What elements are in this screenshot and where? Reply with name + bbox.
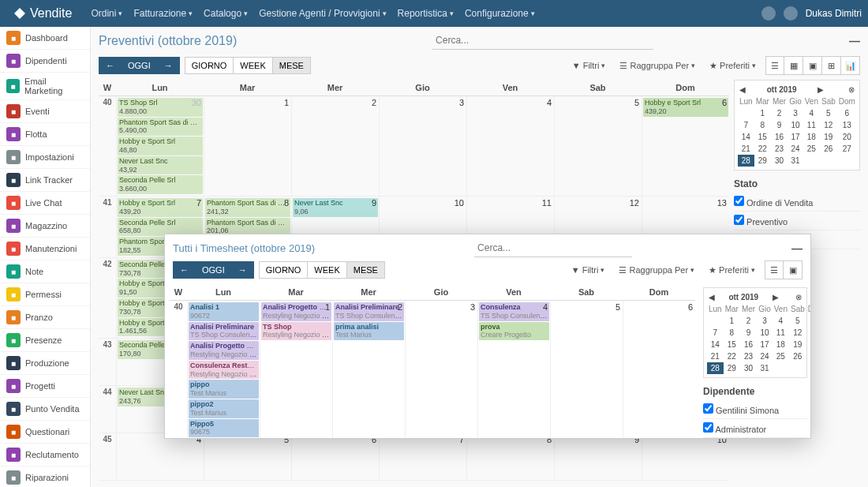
- view-mese[interactable]: MESE: [347, 261, 385, 279]
- mini-day[interactable]: 23: [740, 350, 757, 362]
- calendar-cell[interactable]: 2: [291, 96, 379, 196]
- menu-fatturazione[interactable]: Fatturazione ▾: [133, 8, 193, 19]
- timesheet-event[interactable]: TS ShopRestyling Negozio TS Shop: [261, 322, 331, 341]
- mini-day[interactable]: 19: [789, 339, 806, 350]
- timesheet-event[interactable]: prima analisiTest Marius: [334, 322, 404, 341]
- mini-day[interactable]: 22: [724, 350, 740, 362]
- sidebar-item-dipendenti[interactable]: ■Dipendenti: [0, 50, 90, 73]
- timesheet-event[interactable]: ConsulenzaTS Shop Consulenza: [479, 302, 549, 321]
- mini-day[interactable]: 10: [757, 327, 773, 339]
- mini-day[interactable]: 28: [738, 155, 754, 167]
- view-week[interactable]: WEEK: [308, 261, 346, 279]
- timesheet-event[interactable]: Analisi Progetto TS ShopRestyling Negozi…: [261, 302, 331, 321]
- chat-icon[interactable]: [784, 6, 798, 21]
- floating-today-button[interactable]: OGGI: [196, 261, 232, 279]
- mini-day[interactable]: 3: [788, 107, 803, 119]
- dipendente-checkbox[interactable]: Gentilini Simona: [703, 400, 807, 419]
- mini-day[interactable]: 11: [773, 327, 789, 339]
- mini-day[interactable]: 27: [806, 350, 810, 362]
- mini-day[interactable]: 7: [707, 327, 724, 339]
- mini-day[interactable]: 5: [820, 107, 837, 119]
- mini-day[interactable]: 14: [738, 131, 754, 143]
- mini-day[interactable]: 30: [740, 362, 757, 374]
- mini-day[interactable]: [803, 155, 820, 167]
- calendar-cell[interactable]: 6Hobby e Sport Srl439,20: [642, 96, 729, 196]
- mini-day[interactable]: 21: [738, 143, 754, 155]
- calendar-event[interactable]: Hobby e Sport Srl48,80: [118, 137, 203, 155]
- mini-day[interactable]: 13: [837, 119, 857, 131]
- sidebar-item-punto-vendita[interactable]: ■Punto Vendita: [0, 398, 90, 421]
- calendar-cell[interactable]: 30TS Shop Srl4.880,00Phantom Sport Sas d…: [116, 96, 204, 196]
- sidebar-item-magazzino[interactable]: ■Magazzino: [0, 215, 90, 238]
- sidebar-item-link-tracker[interactable]: ■Link Tracker: [0, 169, 90, 192]
- sidebar-item-permessi[interactable]: ■Permessi: [0, 283, 90, 306]
- mini-day[interactable]: 15: [724, 339, 740, 350]
- mini-day[interactable]: 12: [820, 119, 837, 131]
- view-giorno[interactable]: GIORNO: [185, 57, 234, 74]
- mini-day[interactable]: 17: [757, 339, 773, 350]
- mini-day[interactable]: 4: [803, 107, 820, 119]
- calendar-cell[interactable]: 5: [550, 301, 623, 438]
- prev-button[interactable]: ←: [99, 57, 122, 74]
- view-mese[interactable]: MESE: [273, 57, 311, 74]
- stato-checkbox[interactable]: Ordine di Vendita: [734, 193, 860, 212]
- mini-day[interactable]: 2: [740, 315, 757, 327]
- timesheet-event[interactable]: Analisi PreliminareTS Shop Consulenza: [189, 322, 259, 341]
- mini-day[interactable]: 24: [757, 350, 773, 362]
- floating-prev-button[interactable]: ←: [173, 261, 196, 279]
- calendar-cell[interactable]: 9: [554, 433, 642, 480]
- mini-day[interactable]: [837, 155, 857, 167]
- mini-day[interactable]: 12: [789, 327, 806, 339]
- timesheet-event[interactable]: provaCreare Progetto: [479, 322, 549, 341]
- floating-search-input[interactable]: [474, 239, 632, 257]
- sidebar-item-note[interactable]: ■Note: [0, 260, 90, 283]
- calendar-cell[interactable]: 6: [291, 433, 379, 480]
- menu-reportistica[interactable]: Reportistica ▾: [398, 8, 454, 19]
- mini-day[interactable]: 19: [820, 131, 837, 143]
- mini-day[interactable]: 26: [789, 350, 806, 362]
- calendar-event[interactable]: Seconda Pelle Srl3.660,00: [118, 175, 203, 194]
- sidebar-item-manutenzioni[interactable]: ■Manutenzioni: [0, 238, 90, 260]
- sidebar-item-eventi[interactable]: ■Eventi: [0, 100, 90, 123]
- mini-day[interactable]: 18: [803, 131, 820, 143]
- view-week[interactable]: WEEK: [234, 57, 272, 74]
- mini-day[interactable]: 7: [738, 119, 754, 131]
- collapse-icon[interactable]: —: [849, 35, 860, 47]
- sidebar-item-questionari[interactable]: ■Questionari: [0, 421, 90, 444]
- sidebar-item-flotta[interactable]: ■Flotta: [0, 123, 90, 146]
- sidebar-item-presenze[interactable]: ■Presenze: [0, 329, 90, 352]
- calendar-cell[interactable]: 3: [405, 301, 477, 438]
- mini-day[interactable]: 31: [757, 362, 773, 374]
- mini-day[interactable]: 1: [724, 315, 740, 327]
- calendar-event[interactable]: TS Shop Srl4.880,00: [118, 98, 203, 117]
- mini-day[interactable]: 24: [788, 143, 803, 155]
- groupby-button[interactable]: ☰ Raggruppa Per ▾: [615, 58, 700, 74]
- mini-day[interactable]: 10: [788, 119, 803, 131]
- mini-day[interactable]: 2: [771, 107, 788, 119]
- mini-day[interactable]: 15: [754, 131, 771, 143]
- mini-day[interactable]: 25: [773, 350, 789, 362]
- user-name[interactable]: Dukas Dimitri: [806, 8, 862, 19]
- calendar-event[interactable]: Hobby e Sport Srl439,20: [118, 198, 203, 217]
- view-list-icon[interactable]: ☰: [765, 56, 784, 75]
- mini-day[interactable]: 6: [837, 107, 857, 119]
- calendar-cell[interactable]: 6: [623, 301, 695, 438]
- sidebar-item-progetti[interactable]: ■Progetti: [0, 375, 90, 398]
- mini-day[interactable]: 8: [754, 119, 771, 131]
- mini-day[interactable]: 31: [788, 155, 803, 167]
- calendar-cell[interactable]: 4: [466, 96, 554, 196]
- globe-icon[interactable]: [761, 6, 776, 21]
- timesheet-event[interactable]: Pippo590675: [189, 419, 259, 438]
- mini-day[interactable]: [806, 362, 810, 374]
- mini-day[interactable]: 3: [757, 315, 773, 327]
- stato-checkbox[interactable]: Preventivo: [734, 212, 860, 230]
- calendar-cell[interactable]: 10: [642, 433, 729, 480]
- next-button[interactable]: →: [158, 57, 180, 74]
- calendar-cell[interactable]: Analisi 190672Analisi PreliminareTS Shop…: [187, 301, 260, 438]
- mini-day[interactable]: 11: [803, 119, 820, 131]
- favorites-button[interactable]: ★ Preferiti ▾: [705, 58, 761, 74]
- sidebar-item-dashboard[interactable]: ■Dashboard: [0, 27, 90, 50]
- mini-day[interactable]: 25: [803, 143, 820, 155]
- mini-day[interactable]: 14: [707, 339, 724, 350]
- mini-prev[interactable]: ◀: [739, 85, 746, 94]
